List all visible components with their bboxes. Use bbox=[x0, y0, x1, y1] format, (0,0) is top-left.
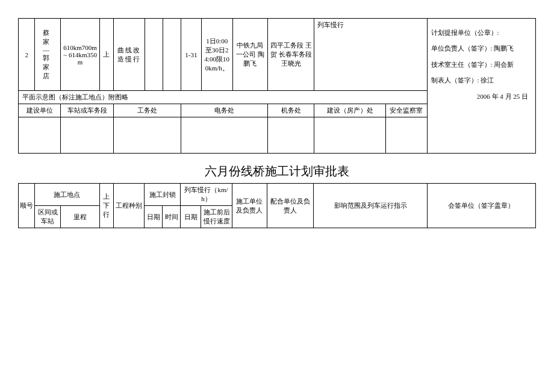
plan-unit-line: 计划提报单位（公章）: bbox=[431, 25, 532, 40]
dept-cell bbox=[267, 117, 314, 154]
cell-updown: 上 bbox=[99, 19, 113, 91]
cell-slow-speed: 1日0:00至30日24:00限100km/h。 bbox=[202, 19, 233, 91]
approval-table-upper: 2 蔡 家 — 郭 家 店 610km700m ~ 614km350m 上 曲线… bbox=[18, 18, 536, 154]
hdr-slow-date: 日期 bbox=[181, 206, 201, 228]
hdr-signoff: 会签单位（签字盖章） bbox=[427, 184, 535, 228]
hdr-loc: 施工地点 bbox=[35, 184, 99, 206]
hdr-slow-speed: 施工前后慢行速度 bbox=[201, 206, 232, 228]
dept-cell bbox=[385, 117, 427, 154]
cell-num: 2 bbox=[19, 19, 35, 91]
dept-5: 机务处 bbox=[267, 104, 314, 117]
hdr-seal-date: 日期 bbox=[145, 206, 163, 228]
dept-cell bbox=[61, 117, 114, 154]
dept-cell bbox=[19, 117, 61, 154]
hdr-seal: 施工封锁 bbox=[145, 184, 181, 206]
hdr-influence: 影响范围及列车运行指示 bbox=[314, 184, 428, 228]
hdr-updown: 上下行 bbox=[99, 184, 113, 228]
hdr-coop: 配合单位及负责人 bbox=[267, 184, 314, 228]
hdr-num: 顺号 bbox=[19, 184, 35, 228]
tech-head-line: 技术室主任（签字）: 周会新 bbox=[431, 57, 532, 72]
cell-station: 蔡 家 — 郭 家 店 bbox=[35, 19, 61, 91]
dept-cell bbox=[114, 117, 181, 154]
dept-1: 建设单位 bbox=[19, 104, 61, 117]
hdr-loc-station: 区间或车站 bbox=[35, 206, 61, 228]
hdr-seal-time: 时间 bbox=[163, 206, 181, 228]
cell-influence: 列车慢行 bbox=[314, 19, 427, 91]
cell-slow-date: 1-31 bbox=[181, 19, 201, 91]
hdr-unit: 施工单位及负责人 bbox=[232, 184, 267, 228]
caption-cell: 平面示意图（标注施工地点）附图略 bbox=[19, 91, 428, 104]
cell-unit-person: 中铁九局一公司 陶鹏飞 bbox=[232, 19, 267, 91]
dept-7: 安全监察室 bbox=[385, 104, 427, 117]
unit-head-line: 单位负责人（签字）: 陶鹏飞 bbox=[431, 40, 532, 56]
cell-seal-date bbox=[145, 19, 163, 91]
approval-table-lower: 顺号 施工地点 上下行 工程种别 施工封锁 列车慢行（km/h） 施工单位及负责… bbox=[18, 183, 536, 228]
hdr-slow: 列车慢行（km/h） bbox=[181, 184, 232, 206]
data-row: 2 蔡 家 — 郭 家 店 610km700m ~ 614km350m 上 曲线… bbox=[19, 19, 536, 91]
dept-6: 建设（房产）处 bbox=[314, 104, 386, 117]
hdr-type: 工程种别 bbox=[113, 184, 144, 228]
header-row-1: 顺号 施工地点 上下行 工程种别 施工封锁 列车慢行（km/h） 施工单位及负责… bbox=[19, 184, 536, 206]
page-title: 六月份线桥施工计划审批表 bbox=[18, 163, 536, 179]
date-line: 2006 年 4 月 25 日 bbox=[431, 89, 532, 104]
cell-coop-person: 四平工务段 王贺 长春车务段 王晓光 bbox=[267, 19, 314, 91]
dept-4: 电务处 bbox=[181, 104, 267, 117]
cell-project-type: 曲线改造慢行 bbox=[114, 19, 145, 91]
dept-3: 工务处 bbox=[114, 104, 181, 117]
cell-mileage: 610km700m ~ 614km350m bbox=[61, 19, 99, 91]
hdr-loc-mileage: 里程 bbox=[61, 206, 99, 228]
signatures-block: 计划提报单位（公章）: 单位负责人（签字）: 陶鹏飞 技术室主任（签字）: 周会… bbox=[427, 19, 536, 154]
cell-seal-time bbox=[163, 19, 181, 91]
dept-cell bbox=[314, 117, 386, 154]
form-author-line: 制表人（签字）: 徐江 bbox=[431, 72, 532, 88]
dept-cell bbox=[181, 117, 267, 154]
dept-2: 车站或车务段 bbox=[61, 104, 114, 117]
